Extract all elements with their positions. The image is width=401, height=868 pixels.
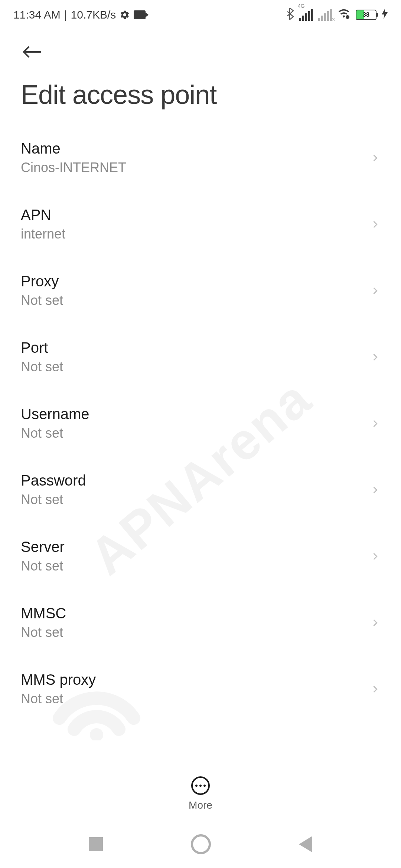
setting-label: Server xyxy=(21,539,370,555)
setting-item-server[interactable]: Server Not set xyxy=(21,523,380,589)
setting-item-name[interactable]: Name Cinos-INTERNET xyxy=(21,125,380,191)
chevron-right-icon xyxy=(370,485,380,495)
setting-item-mmsc[interactable]: MMSC Not set xyxy=(21,589,380,656)
chevron-right-icon xyxy=(370,684,380,694)
setting-item-port[interactable]: Port Not set xyxy=(21,324,380,390)
setting-value: Not set xyxy=(21,558,370,574)
status-separator: | xyxy=(64,9,67,21)
battery-icon: 38 xyxy=(356,10,376,20)
svg-point-0 xyxy=(90,728,103,740)
bluetooth-icon xyxy=(285,8,294,22)
more-dots-icon xyxy=(195,785,198,787)
status-network-speed: 10.7KB/s xyxy=(71,9,116,21)
setting-value: Not set xyxy=(21,492,370,507)
nav-home-button[interactable] xyxy=(191,834,211,854)
page-title: Edit access point xyxy=(0,68,401,125)
bottom-toolbar: More xyxy=(0,768,401,820)
status-time: 11:34 AM xyxy=(13,9,61,21)
setting-item-username[interactable]: Username Not set xyxy=(21,390,380,457)
setting-value: Not set xyxy=(21,691,370,707)
svg-point-1 xyxy=(346,15,349,19)
setting-value: Not set xyxy=(21,359,370,375)
wifi-icon xyxy=(337,8,351,22)
navigation-bar xyxy=(0,820,401,868)
chevron-right-icon xyxy=(370,551,380,562)
setting-item-apn[interactable]: APN internet xyxy=(21,191,380,257)
setting-label: MMSC xyxy=(21,605,370,622)
setting-label: Password xyxy=(21,472,370,489)
chevron-right-icon xyxy=(370,352,380,362)
nav-recents-button[interactable] xyxy=(89,837,103,851)
chevron-right-icon xyxy=(370,153,380,163)
chevron-right-icon xyxy=(370,286,380,296)
setting-label: Port xyxy=(21,339,370,356)
signal-2-icon: ✕ xyxy=(318,9,332,21)
camera-icon xyxy=(134,10,146,19)
more-label: More xyxy=(189,799,212,811)
setting-value: internet xyxy=(21,226,370,242)
setting-value: Not set xyxy=(21,625,370,640)
setting-label: MMS proxy xyxy=(21,671,370,688)
setting-label: Username xyxy=(21,406,370,423)
chevron-right-icon xyxy=(370,219,380,230)
chevron-right-icon xyxy=(370,418,380,429)
setting-label: Name xyxy=(21,140,370,157)
setting-value: Not set xyxy=(21,293,370,308)
setting-label: Proxy xyxy=(21,273,370,290)
settings-icon xyxy=(120,10,130,20)
nav-back-button[interactable] xyxy=(299,836,312,852)
status-bar: 11:34 AM | 10.7KB/s 4G xyxy=(0,0,401,30)
setting-label: APN xyxy=(21,207,370,223)
more-button[interactable] xyxy=(191,776,210,795)
back-arrow-icon xyxy=(21,45,43,59)
setting-value: Not set xyxy=(21,425,370,441)
setting-item-mms-proxy[interactable]: MMS proxy Not set xyxy=(21,656,380,722)
setting-value: Cinos-INTERNET xyxy=(21,160,370,175)
charging-icon xyxy=(382,9,388,21)
chevron-right-icon xyxy=(370,618,380,628)
back-button[interactable] xyxy=(0,30,401,68)
setting-item-proxy[interactable]: Proxy Not set xyxy=(21,257,380,324)
settings-list: Name Cinos-INTERNET APN internet Proxy N… xyxy=(0,125,401,722)
signal-1-icon: 4G xyxy=(299,9,313,21)
setting-item-password[interactable]: Password Not set xyxy=(21,457,380,523)
